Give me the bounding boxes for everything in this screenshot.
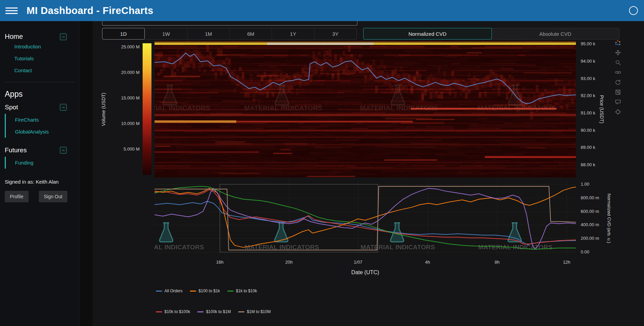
- section-spot-title: Spot: [5, 104, 18, 111]
- clipped-control[interactable]: [102, 21, 357, 26]
- sidebar-section-futures: Futures −: [0, 146, 79, 154]
- axis-tick-label: 94.00 k: [581, 59, 595, 64]
- cvd-chart[interactable]: [155, 181, 576, 256]
- plotly-modebar: [613, 38, 622, 116]
- sidebar: Home − Introduction Tutorials Contact Ap…: [0, 21, 79, 326]
- tooltip-icon[interactable]: [613, 97, 622, 106]
- legend-label: $100k to $1M: [206, 309, 231, 314]
- link-icon[interactable]: [613, 68, 622, 77]
- sidebar-item-tutorials[interactable]: Tutorials: [0, 52, 79, 64]
- absolute-cvd-button[interactable]: Absolute CVD: [492, 28, 619, 39]
- axis-tick-label: 800.00 m: [581, 195, 599, 200]
- profile-button[interactable]: Profile: [5, 191, 29, 202]
- collapse-futures-button[interactable]: −: [60, 147, 67, 154]
- legend-item-100-to-1k[interactable]: $100 to $1k: [190, 289, 220, 293]
- collapse-spot-button[interactable]: −: [60, 104, 67, 111]
- sidebar-divider: [4, 82, 75, 82]
- price-axis-title: Price (USDT): [599, 41, 605, 177]
- zoom-icon[interactable]: [613, 58, 622, 67]
- legend-label: $1M to $10M: [247, 309, 271, 314]
- tab-6m[interactable]: 6M: [229, 28, 272, 39]
- legend-item-1k-to-10k[interactable]: $1k to $10k: [227, 289, 257, 293]
- app-header: MI Dashboard - FireCharts: [0, 0, 644, 21]
- spikeline-icon[interactable]: [613, 107, 622, 116]
- axis-tick-label: 200.00 m: [581, 236, 599, 241]
- legend-swatch: [156, 291, 162, 292]
- axis-tick-label: 20h: [277, 260, 301, 265]
- sidebar-item-firecharts[interactable]: FireCharts: [5, 114, 79, 126]
- axis-tick-label: 16h: [208, 260, 232, 265]
- chart-legend-row-2: $10k to $100k $100k to $1M $1M to $10M: [156, 309, 271, 314]
- section-apps-title: Apps: [0, 88, 79, 104]
- chart-legend-row-1: All Orders $100 to $1k $1k to $10k: [156, 289, 257, 293]
- axis-tick-label: 93.00 k: [581, 76, 595, 81]
- axis-tick-label: 1.00: [581, 182, 589, 187]
- axis-tick-label: 88.00 k: [581, 162, 595, 167]
- sidebar-buttons: Profile Sign Out: [0, 185, 79, 208]
- volume-axis-title: Volume (USDT): [101, 41, 106, 177]
- sidebar-section-home: Home −: [0, 33, 79, 41]
- tab-1d[interactable]: 1D: [102, 28, 145, 40]
- menu-bar: [5, 10, 18, 11]
- timeframe-tabs: 1D 1W 1M 6M 1Y 3Y: [102, 28, 357, 40]
- collapse-home-button[interactable]: −: [60, 33, 67, 40]
- app-root: MI Dashboard - FireCharts Home − Introdu…: [0, 0, 644, 326]
- section-home-title: Home: [5, 33, 23, 41]
- tab-1w[interactable]: 1W: [145, 28, 187, 39]
- axis-tick-label: 0.00: [581, 249, 589, 254]
- axis-tick-label: 90.00 k: [581, 128, 595, 133]
- tab-1y[interactable]: 1Y: [272, 28, 314, 39]
- sidebar-item-globalanalysis[interactable]: GlobalAnalysis: [5, 126, 79, 138]
- legend-item-1m-to-10m[interactable]: $1M to $10M: [238, 309, 271, 314]
- menu-bar: [5, 13, 18, 14]
- legend-label: All Orders: [164, 289, 182, 293]
- sign-out-button[interactable]: Sign Out: [39, 191, 67, 202]
- legend-label: $100 to $1k: [198, 289, 220, 293]
- axis-tick-label: 5.000 M: [124, 146, 140, 152]
- legend-label: $1k to $10k: [236, 289, 257, 293]
- cvd-axis-title: Normalized CVD (arb. u.): [607, 181, 612, 256]
- volume-axis-ticks: 25.000 M20.000 M15.000 M10.000 M5.000 M: [112, 43, 140, 175]
- axis-tick-label: 8h: [485, 260, 509, 265]
- axis-tick-label: 92.00 k: [581, 93, 595, 98]
- axis-tick-label: 89.00 k: [581, 145, 595, 150]
- menu-bar: [5, 7, 18, 9]
- axis-tick-label: 20.000 M: [121, 70, 140, 75]
- axis-tick-label: 95.00 k: [581, 41, 595, 46]
- sidebar-item-introduction[interactable]: Introduction: [0, 41, 79, 52]
- legend-item-10k-to-100k[interactable]: $10k to $100k: [156, 309, 190, 314]
- axis-tick-label: 4h: [416, 260, 439, 265]
- menu-button[interactable]: [5, 5, 18, 16]
- reset-axes-icon[interactable]: [613, 78, 622, 87]
- normalized-cvd-button[interactable]: Normalized CVD: [363, 28, 492, 40]
- legend-swatch: [197, 311, 204, 312]
- date-axis-ticks: 16h20h1/074h8h12h: [155, 260, 576, 266]
- section-futures-title: Futures: [5, 146, 27, 154]
- volume-colorbar: [143, 43, 151, 175]
- legend-item-all-orders[interactable]: All Orders: [156, 289, 182, 293]
- pan-icon[interactable]: [613, 48, 622, 57]
- sidebar-section-spot: Spot −: [0, 104, 79, 111]
- save-icon[interactable]: [613, 88, 622, 96]
- legend-swatch: [156, 311, 162, 312]
- signed-in-text: Signed in as: Keith Alan: [0, 169, 79, 185]
- axis-tick-label: 10.000 M: [121, 121, 140, 126]
- legend-item-100k-to-1m[interactable]: $100k to $1M: [197, 309, 231, 314]
- legend-swatch: [238, 311, 244, 312]
- app-title: MI Dashboard - FireCharts: [27, 5, 154, 16]
- sidebar-item-funding[interactable]: Funding: [5, 157, 79, 169]
- tab-3y[interactable]: 3Y: [314, 28, 356, 39]
- axis-tick-label: 25.000 M: [121, 44, 140, 49]
- legend-swatch: [190, 291, 196, 292]
- date-axis-title: Date (UTC): [155, 269, 576, 276]
- plotly-logo-icon[interactable]: [613, 38, 622, 47]
- axis-tick-label: 1/07: [346, 260, 370, 265]
- cvd-mode-toggle: Normalized CVD Absolute CVD: [363, 28, 619, 40]
- tab-1m[interactable]: 1M: [187, 28, 229, 39]
- axis-tick-label: 600.00 m: [581, 209, 599, 214]
- sidebar-item-contact[interactable]: Contact: [0, 64, 79, 76]
- legend-label: $10k to $100k: [164, 309, 190, 314]
- axis-tick-label: 91.00 k: [581, 110, 595, 115]
- loading-indicator-icon: [629, 6, 638, 15]
- heatmap-chart[interactable]: [155, 41, 576, 177]
